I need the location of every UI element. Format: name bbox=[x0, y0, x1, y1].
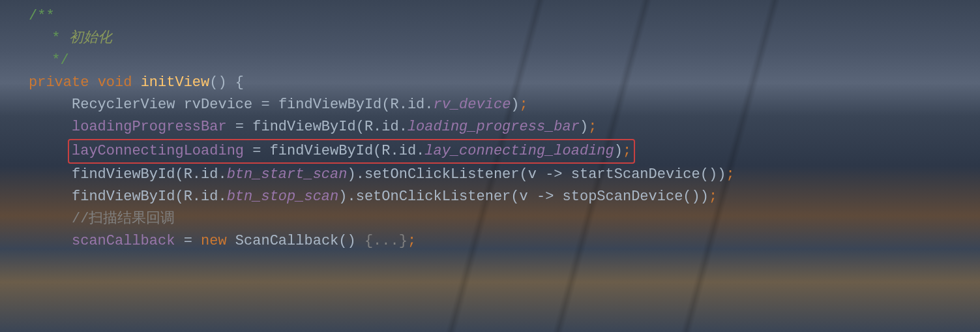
code-line[interactable]: //扫描结果回调 bbox=[29, 208, 980, 230]
field-ref: layConnectingLoading bbox=[72, 143, 244, 159]
highlight-rectangle: layConnectingLoading = findViewById(R.id… bbox=[68, 139, 635, 164]
method-call: findViewById(R.id. bbox=[278, 97, 434, 113]
resource-id: loading_progress_bar bbox=[408, 119, 580, 135]
keyword-private: private bbox=[29, 74, 89, 91]
resource-id: lay_connecting_loading bbox=[424, 143, 614, 159]
method-name: initView bbox=[141, 74, 210, 91]
code-line[interactable]: RecyclerView rvDevice = findViewById(R.i… bbox=[29, 94, 980, 116]
keyword-void: void bbox=[98, 74, 132, 91]
semicolon: ; bbox=[709, 189, 717, 205]
semicolon: ; bbox=[588, 119, 597, 135]
folded-block[interactable]: {...} bbox=[364, 233, 408, 249]
javadoc-open: /** bbox=[29, 8, 55, 24]
code-line[interactable]: * 初始化 bbox=[29, 27, 980, 50]
code-line[interactable]: private void initView() { bbox=[29, 72, 980, 94]
semicolon: ; bbox=[726, 166, 734, 183]
field-ref: scanCallback bbox=[72, 233, 175, 249]
method-call: findViewById(R.id. bbox=[270, 143, 425, 159]
assign-op: = bbox=[175, 233, 201, 249]
chained-call: ).setOnClickListener(v -> startScanDevic… bbox=[347, 166, 726, 183]
field-ref: loadingProgressBar bbox=[72, 119, 227, 135]
code-line[interactable]: /** bbox=[29, 5, 980, 27]
local-var: rvDevice bbox=[184, 97, 253, 113]
code-line-highlighted[interactable]: layConnectingLoading = findViewById(R.id… bbox=[29, 139, 980, 164]
javadoc-star: * bbox=[43, 30, 60, 46]
resource-id: rv_device bbox=[434, 97, 511, 113]
method-signature-tail: () { bbox=[209, 74, 244, 91]
close-paren: ) bbox=[511, 97, 519, 113]
resource-id: btn_start_scan bbox=[227, 166, 348, 183]
code-line[interactable]: findViewById(R.id.btn_start_scan).setOnC… bbox=[29, 164, 980, 186]
semicolon: ; bbox=[623, 143, 631, 159]
code-line[interactable]: */ bbox=[29, 50, 980, 72]
method-call: findViewById(R.id. bbox=[252, 119, 408, 135]
semicolon: ; bbox=[408, 233, 416, 249]
semicolon: ; bbox=[520, 97, 528, 113]
constructor-call: ScanCallback() bbox=[227, 233, 364, 249]
type-name: RecyclerView bbox=[72, 97, 184, 113]
assign-op: = bbox=[244, 143, 270, 159]
chained-call: ).setOnClickListener(v -> stopScanDevice… bbox=[338, 189, 709, 205]
close-paren: ) bbox=[614, 143, 623, 159]
method-call: findViewById(R.id. bbox=[72, 189, 227, 205]
assign-op: = bbox=[227, 119, 253, 135]
resource-id: btn_stop_scan bbox=[227, 189, 339, 205]
javadoc-text: 初始化 bbox=[60, 30, 111, 46]
assign-op: = bbox=[252, 97, 278, 113]
code-line[interactable]: findViewById(R.id.btn_stop_scan).setOnCl… bbox=[29, 186, 980, 208]
keyword-new: new bbox=[201, 233, 227, 249]
method-call: findViewById(R.id. bbox=[72, 166, 227, 183]
close-paren: ) bbox=[580, 119, 588, 135]
line-comment: //扫描结果回调 bbox=[72, 211, 175, 227]
code-editor[interactable]: /** * 初始化 */ private void initView() { R… bbox=[0, 0, 980, 252]
javadoc-close: */ bbox=[43, 52, 69, 68]
code-line[interactable]: scanCallback = new ScanCallback() {...}; bbox=[29, 230, 980, 252]
code-line[interactable]: loadingProgressBar = findViewById(R.id.l… bbox=[29, 116, 980, 138]
